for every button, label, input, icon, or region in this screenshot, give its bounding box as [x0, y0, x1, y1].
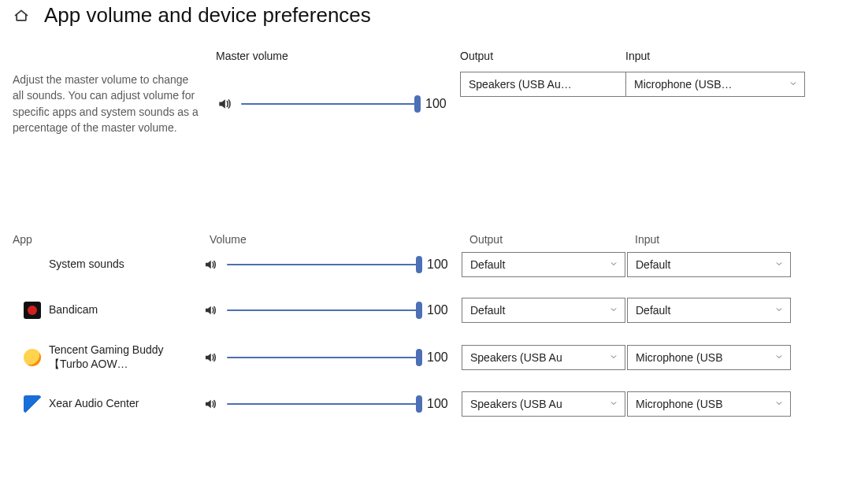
app-output-value: Speakers (USB Au	[470, 398, 562, 410]
chevron-down-icon	[788, 78, 798, 91]
speaker-icon[interactable]	[202, 395, 219, 413]
col-app-label: App	[13, 233, 170, 246]
app-volume-value: 100	[427, 350, 454, 365]
chevron-down-icon	[609, 304, 618, 317]
app-name: System sounds	[49, 258, 124, 272]
bandicam-icon	[24, 302, 41, 319]
home-icon[interactable]	[13, 7, 30, 24]
app-row: System sounds100DefaultDefault	[13, 252, 785, 277]
app-output-value: Default	[470, 304, 505, 317]
app-name: Bandicam	[49, 303, 98, 317]
master-output-value: Speakers (USB Au…	[469, 78, 572, 91]
master-volume-label: Master volume	[216, 50, 452, 62]
app-volume-slider[interactable]	[227, 350, 419, 365]
app-volume-value: 100	[427, 303, 454, 317]
xear-icon	[24, 395, 41, 413]
page-title: App volume and device preferences	[44, 3, 371, 28]
app-input-select[interactable]: Microphone (USB	[627, 391, 791, 417]
app-volume-slider[interactable]	[227, 396, 419, 412]
master-volume-slider[interactable]	[241, 96, 417, 112]
app-input-value: Microphone (USB	[636, 351, 723, 364]
app-input-select[interactable]: Default	[627, 252, 791, 277]
chevron-down-icon	[774, 304, 784, 317]
col-output-label: Output	[462, 233, 619, 246]
app-volume-value: 100	[427, 258, 454, 272]
master-input-select[interactable]: Microphone (USB…	[625, 72, 805, 97]
speaker-icon[interactable]	[202, 302, 219, 319]
app-input-select[interactable]: Microphone (USB	[627, 345, 791, 370]
speaker-icon[interactable]	[202, 349, 219, 366]
app-input-value: Microphone (USB	[636, 398, 723, 410]
col-input-label: Input	[627, 233, 785, 246]
app-volume-slider[interactable]	[227, 302, 419, 318]
chevron-down-icon	[774, 258, 784, 271]
input-label: Input	[625, 50, 783, 62]
app-output-select[interactable]: Speakers (USB Au	[462, 345, 625, 370]
chevron-down-icon	[774, 398, 784, 410]
tencent-icon	[24, 349, 41, 366]
speaker-icon[interactable]	[216, 95, 233, 113]
app-volume-value: 100	[427, 397, 454, 411]
chevron-down-icon	[609, 258, 618, 271]
app-output-value: Speakers (USB Au	[470, 351, 562, 364]
app-output-value: Default	[470, 258, 505, 271]
output-label: Output	[460, 50, 618, 62]
app-output-select[interactable]: Default	[462, 298, 625, 323]
app-volume-slider[interactable]	[227, 257, 419, 272]
master-volume-description: Adjust the master volume to change all s…	[13, 72, 200, 135]
app-row: Bandicam100DefaultDefault	[13, 298, 785, 323]
speaker-icon[interactable]	[202, 256, 219, 273]
chevron-down-icon	[609, 398, 618, 410]
app-input-value: Default	[636, 304, 670, 317]
chevron-down-icon	[774, 351, 784, 364]
col-volume-label: Volume	[178, 233, 454, 246]
app-input-select[interactable]: Default	[627, 298, 791, 323]
app-row: Xear Audio Center100Speakers (USB AuMicr…	[13, 391, 785, 417]
app-output-select[interactable]: Speakers (USB Au	[462, 391, 625, 417]
chevron-down-icon	[609, 351, 618, 364]
app-name: Tencent Gaming Buddy【Turbo AOW…	[49, 343, 175, 371]
master-output-select[interactable]: Speakers (USB Au…	[460, 72, 640, 97]
app-row: Tencent Gaming Buddy【Turbo AOW…100Speake…	[13, 343, 785, 371]
app-name: Xear Audio Center	[49, 397, 139, 411]
system-sounds-icon	[24, 256, 41, 273]
master-volume-value: 100	[425, 97, 452, 111]
app-input-value: Default	[636, 258, 670, 271]
app-output-select[interactable]: Default	[462, 252, 625, 277]
master-input-value: Microphone (USB…	[634, 78, 733, 91]
